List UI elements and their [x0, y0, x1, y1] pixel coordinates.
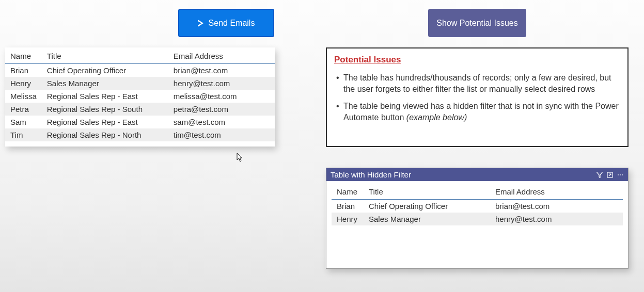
- cell-name: Petra: [5, 103, 42, 116]
- header-email: Email Address: [168, 47, 275, 64]
- table-row[interactable]: Sam Regional Sales Rep - East sam@test.c…: [5, 116, 275, 128]
- issues-title: Potential Issues: [334, 55, 620, 65]
- cursor-icon: [237, 153, 244, 162]
- cell-title: Sales Manager: [42, 77, 168, 90]
- table-row[interactable]: Henry Sales Manager henry@test.com: [332, 213, 623, 225]
- cell-email: henry@test.com: [168, 77, 275, 90]
- table-row[interactable]: Petra Regional Sales Rep - South petra@t…: [5, 103, 275, 116]
- contacts-table-panel: Name Title Email Address Brian Chief Ope…: [5, 47, 275, 147]
- more-icon[interactable]: ⋯: [617, 171, 624, 179]
- show-issues-button[interactable]: Show Potential Issues: [428, 9, 526, 37]
- cell-title: Sales Manager: [364, 213, 490, 225]
- filtered-table: Name Title Email Address Brian Chief Ope…: [332, 183, 623, 225]
- cell-email: henry@test.com: [490, 213, 623, 225]
- cell-title: Chief Operating Officer: [364, 200, 490, 213]
- cell-title: Regional Sales Rep - East: [42, 90, 168, 103]
- table-row[interactable]: Henry Sales Manager henry@test.com: [5, 77, 275, 90]
- cell-name: Brian: [332, 200, 364, 213]
- header-email: Email Address: [490, 183, 623, 200]
- header-name: Name: [5, 47, 42, 64]
- header-title: Title: [364, 183, 490, 200]
- cell-title: Regional Sales Rep - East: [42, 116, 168, 128]
- cell-email: melissa@test.com: [168, 90, 275, 103]
- cell-title: Chief Operating Officer: [42, 64, 168, 77]
- cell-email: sam@test.com: [168, 116, 275, 128]
- header-name: Name: [332, 183, 364, 200]
- cell-title: Regional Sales Rep - South: [42, 103, 168, 116]
- send-emails-button[interactable]: Send Emails: [178, 9, 274, 37]
- filtered-table-header: Table with Hidden Filter ⋯: [326, 168, 628, 181]
- send-emails-label: Send Emails: [209, 19, 255, 28]
- filtered-table-title: Table with Hidden Filter: [331, 170, 596, 179]
- table-row[interactable]: Brian Chief Operating Officer brian@test…: [332, 200, 623, 213]
- play-icon: [198, 20, 203, 27]
- table-row[interactable]: Brian Chief Operating Officer brian@test…: [5, 64, 275, 77]
- issue-text: The table being viewed has a hidden filt…: [343, 102, 619, 122]
- cell-email: brian@test.com: [168, 64, 275, 77]
- cell-name: Henry: [332, 213, 364, 225]
- show-issues-label: Show Potential Issues: [436, 19, 517, 28]
- table-row[interactable]: Melissa Regional Sales Rep - East meliss…: [5, 90, 275, 103]
- cell-email: brian@test.com: [490, 200, 623, 213]
- issue-item: The table has hundreds/thousands of reco…: [334, 72, 620, 94]
- cell-email: tim@test.com: [168, 128, 275, 141]
- header-title: Title: [42, 47, 168, 64]
- funnel-icon[interactable]: [596, 171, 603, 179]
- cell-email: petra@test.com: [168, 103, 275, 116]
- potential-issues-panel: Potential Issues The table has hundreds/…: [326, 47, 629, 147]
- contacts-table: Name Title Email Address Brian Chief Ope…: [5, 47, 275, 141]
- cell-name: Brian: [5, 64, 42, 77]
- cell-name: Henry: [5, 77, 42, 90]
- issue-example: (example below): [406, 113, 467, 122]
- cell-name: Melissa: [5, 90, 42, 103]
- issue-item: The table being viewed has a hidden filt…: [334, 101, 620, 123]
- cell-name: Tim: [5, 128, 42, 141]
- table-row[interactable]: Tim Regional Sales Rep - North tim@test.…: [5, 128, 275, 141]
- cell-name: Sam: [5, 116, 42, 128]
- filtered-table-panel: Table with Hidden Filter ⋯ Name Title Em…: [326, 168, 629, 269]
- popout-icon[interactable]: [606, 171, 614, 179]
- cell-title: Regional Sales Rep - North: [42, 128, 168, 141]
